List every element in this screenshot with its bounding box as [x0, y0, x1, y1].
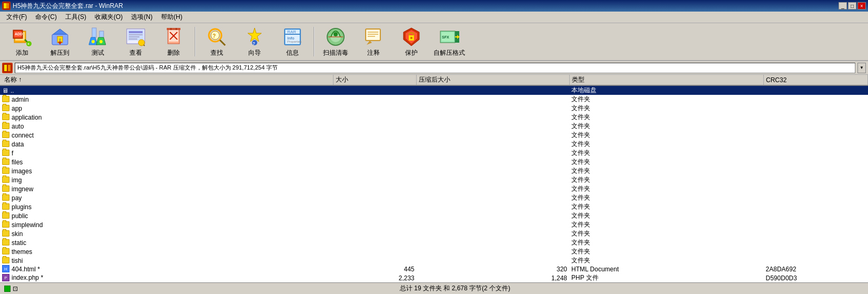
delete-icon: [163, 26, 184, 47]
file-name-cell: plugins: [0, 202, 333, 211]
menu-options[interactable]: 选项(N): [127, 12, 157, 23]
table-row[interactable]: auto文件夹: [0, 122, 868, 131]
file-packed-cell: [417, 238, 569, 247]
table-row[interactable]: img文件夹: [0, 175, 868, 184]
file-crc-cell: [764, 104, 868, 113]
toolbar: ADD + 添加 解压到: [0, 23, 868, 61]
table-row[interactable]: simplewind文件夹: [0, 220, 868, 229]
file-name-cell: tishi: [0, 256, 333, 265]
file-size-cell: [333, 193, 416, 202]
address-icon: [2, 63, 13, 73]
table-row[interactable]: imgnew文件夹: [0, 184, 868, 193]
file-type-cell: 文件夹: [569, 122, 763, 131]
file-packed-cell: [417, 131, 569, 140]
menu-help[interactable]: 帮助(H): [157, 12, 187, 23]
status-text: 总计 19 文件夹 和 2,678 字节(2 个文件): [46, 284, 864, 293]
table-row[interactable]: application文件夹: [0, 113, 868, 122]
table-row[interactable]: tishi文件夹: [0, 256, 868, 265]
file-size-cell: [333, 211, 416, 220]
table-row[interactable]: plugins文件夹: [0, 202, 868, 211]
toolbar-info-button[interactable]: RAR Info Properties 信息: [275, 25, 310, 58]
file-type-cell: 文件夹: [569, 229, 763, 238]
col-size-header[interactable]: 大小: [333, 75, 416, 85]
table-row[interactable]: admin文件夹: [0, 95, 868, 104]
file-size-cell: [333, 158, 416, 166]
address-input[interactable]: [15, 63, 855, 73]
svg-line-39: [220, 40, 225, 45]
toolbar-add-button[interactable]: ADD + 添加: [4, 25, 40, 58]
folder-icon: [2, 203, 9, 210]
file-packed-cell: [417, 202, 569, 211]
table-row[interactable]: public文件夹: [0, 211, 868, 220]
table-row[interactable]: static文件夹: [0, 238, 868, 247]
file-type-cell: 文件夹: [569, 238, 763, 247]
toolbar-scan-button[interactable]: 扫描清毒: [318, 25, 354, 58]
menu-favorites[interactable]: 收藏夹(O): [90, 12, 127, 23]
file-type-cell: 文件夹: [569, 166, 763, 175]
folder-icon: [2, 194, 9, 201]
comment-icon: [363, 26, 384, 47]
toolbar-extract-label: 解压到: [51, 48, 69, 57]
toolbar-separator-1: [195, 27, 196, 56]
file-list[interactable]: 名称 ↑ 大小 压缩后大小 类型 CRC32 🖥..本地磁盘admin文件夹ap…: [0, 75, 868, 282]
col-type-header[interactable]: 类型: [569, 75, 763, 85]
file-type-cell: 文件夹: [569, 131, 763, 140]
file-type-cell: 文件夹: [569, 184, 763, 193]
file-name-cell: public: [0, 211, 333, 220]
col-packed-header[interactable]: 压缩后大小: [417, 75, 569, 85]
menu-command[interactable]: 命令(C): [31, 12, 61, 23]
table-row[interactable]: themes文件夹: [0, 247, 868, 256]
maximize-button[interactable]: □: [848, 2, 856, 9]
file-crc-cell: [764, 238, 868, 247]
toolbar-wizard-button[interactable]: ? 向导: [237, 25, 272, 58]
file-type-cell: 本地磁盘: [569, 85, 763, 95]
table-row[interactable]: pay文件夹: [0, 193, 868, 202]
menu-file[interactable]: 文件(F): [2, 12, 31, 23]
table-row[interactable]: skin文件夹: [0, 229, 868, 238]
table-row[interactable]: connect文件夹: [0, 131, 868, 140]
folder-icon: [2, 230, 9, 237]
toolbar-test-button[interactable]: 测试: [80, 25, 116, 58]
file-type-cell: 文件夹: [569, 256, 763, 265]
file-name-cell: 🖥..: [0, 85, 333, 95]
file-crc-cell: [764, 158, 868, 166]
toolbar-extract-button[interactable]: 解压到: [42, 25, 78, 58]
table-row[interactable]: files文件夹: [0, 158, 868, 166]
table-row[interactable]: 🖥..本地磁盘: [0, 85, 868, 95]
toolbar-protect-button[interactable]: 保护: [393, 25, 429, 58]
table-row[interactable]: images文件夹: [0, 166, 868, 175]
table-row[interactable]: H404.html *445320HTML Document2A8DA692: [0, 265, 868, 273]
table-row[interactable]: f文件夹: [0, 149, 868, 158]
file-packed-cell: [417, 211, 569, 220]
svg-rect-26: [129, 36, 139, 37]
minimize-button[interactable]: _: [839, 2, 847, 9]
close-button[interactable]: ×: [857, 2, 866, 9]
file-name-cell: simplewind: [0, 220, 333, 229]
file-type-cell: 文件夹: [569, 193, 763, 202]
file-packed-cell: [417, 193, 569, 202]
add-icon: ADD +: [12, 26, 33, 47]
menu-tools[interactable]: 工具(S): [61, 12, 90, 23]
address-dropdown[interactable]: ▼: [857, 63, 866, 73]
svg-text:SFX: SFX: [442, 35, 449, 39]
table-row[interactable]: data文件夹: [0, 140, 868, 149]
svg-marker-41: [248, 28, 261, 42]
file-size-cell: [333, 131, 416, 140]
svg-text:ADD: ADD: [15, 32, 23, 36]
file-size-cell: [333, 184, 416, 193]
toolbar-comment-button[interactable]: 注释: [356, 25, 391, 58]
col-crc-header[interactable]: CRC32: [764, 75, 868, 85]
file-packed-cell: [417, 122, 569, 131]
table-row[interactable]: Pindex.php *2,2331,248PHP 文件D590D0D3: [0, 273, 868, 282]
col-name-header[interactable]: 名称 ↑: [0, 75, 333, 85]
toolbar-view-button[interactable]: 查看: [118, 25, 154, 58]
table-row[interactable]: app文件夹: [0, 104, 868, 113]
folder-icon: [2, 257, 9, 263]
file-crc-cell: [764, 175, 868, 184]
toolbar-delete-button[interactable]: 删除: [156, 25, 191, 58]
file-size-cell: [333, 175, 416, 184]
file-size-cell: [333, 122, 416, 131]
toolbar-sfx-button[interactable]: SFX 自解压格式: [431, 25, 467, 58]
toolbar-find-button[interactable]: ? 查找: [199, 25, 235, 58]
file-size-cell: [333, 229, 416, 238]
